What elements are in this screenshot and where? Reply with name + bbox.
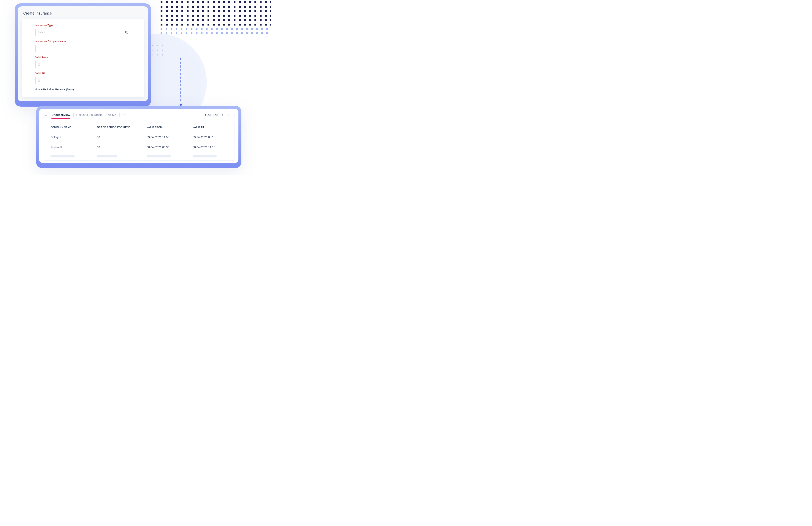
cell-valid-till: 08-Jul-2021 11:15 [189,142,234,152]
chevron-right-icon [227,113,231,117]
insurance-list-panel: Under review Rejected insurance Active •… [39,109,238,163]
calendar-icon [38,79,40,82]
th-grace-period[interactable]: GRACE PERIOD FOR RENE… [93,123,143,132]
select-insurance-type[interactable] [35,29,130,36]
tab-separator [73,113,74,117]
table-wrap: COMPANY NAME GRACE PERIOD FOR RENE… VALI… [43,122,235,161]
table-row[interactable]: Rockwell 30 08-Jul-2021 09:30 08-Jul-202… [43,142,234,152]
table-row-skeleton [43,152,234,161]
label-company-name: Insurance Company Name [35,40,130,43]
tabs: Under review Rejected insurance Active •… [52,113,127,117]
input-wrap-valid-till[interactable] [35,77,130,84]
form-body: Insurance Type Insurance [22,19,144,97]
tab-active[interactable]: Active [108,113,116,117]
th-valid-from[interactable]: VALID FROM [143,123,189,132]
field-company-name: Insurance Company Name [35,40,130,52]
skeleton-bar [193,155,217,157]
input-wrap-valid-from[interactable] [35,61,130,68]
list-search-icon [125,31,128,34]
calendar-icon [38,63,40,66]
svg-line-7 [128,33,128,34]
create-insurance-panel: Create Insurance Insurance Type [18,6,148,101]
tab-separator [119,113,120,117]
input-insurance-type[interactable] [38,31,128,34]
field-insurance-type: Insurance Type [35,24,130,36]
background-dot-grid [159,0,271,41]
input-valid-from[interactable] [42,63,128,66]
label-insurance-type: Insurance Type [35,24,130,27]
label-valid-from: Valid From [35,56,130,59]
label-grace-period: Grace Period for Renewal (Days) [35,88,130,91]
pager-next-button[interactable] [227,113,231,117]
pager-prev-button[interactable] [221,113,224,117]
insurance-table: COMPANY NAME GRACE PERIOD FOR RENE… VALI… [43,123,234,161]
cell-valid-from: 08-Jul-2021 09:30 [143,142,189,152]
cell-grace: 30 [93,142,143,152]
pager-text: 1 -32 of 32 [205,113,218,117]
skeleton-bar [97,155,117,157]
field-grace-period: Grace Period for Renewal (Days) [35,88,130,91]
th-valid-till[interactable]: VALID TILL [189,123,234,132]
th-company-name[interactable]: COMPANY NAME [43,123,93,132]
more-tabs-button[interactable]: ••• [122,113,127,117]
table-row[interactable]: Octagon 30 09-Jul-2021 11.50 09-Jul-2021… [43,132,234,142]
table-header-row: COMPANY NAME GRACE PERIOD FOR RENE… VALI… [43,123,234,132]
background-dot-grid-small [153,45,166,59]
pager: 1 -32 of 32 [205,113,235,117]
svg-point-6 [127,33,128,34]
field-valid-till: Valid Till [35,72,130,84]
svg-rect-12 [38,80,40,82]
cell-grace: 30 [93,132,143,142]
field-valid-from: Valid From [35,56,130,68]
menu-button[interactable] [43,112,48,118]
svg-rect-8 [38,64,40,66]
menu-icon [44,113,47,116]
skeleton-bar [50,155,75,157]
tab-rejected[interactable]: Rejected insurance [76,113,102,117]
cell-company: Rockwell [43,142,93,152]
tab-under-review[interactable]: Under review [52,113,70,117]
label-valid-till: Valid Till [35,72,130,75]
pager-separator [234,113,235,117]
cell-valid-till: 09-Jul-2021 08:15 [189,132,234,142]
input-valid-till[interactable] [42,79,128,82]
input-company-name[interactable] [38,47,128,50]
input-wrap-company-name[interactable] [35,45,130,52]
cell-valid-from: 09-Jul-2021 11.50 [143,132,189,142]
tabs-bar: Under review Rejected insurance Active •… [39,109,238,119]
cell-company: Octagon [43,132,93,142]
skeleton-bar [147,155,171,157]
chevron-left-icon [221,113,224,117]
panel-title: Create Insurance [18,6,148,19]
